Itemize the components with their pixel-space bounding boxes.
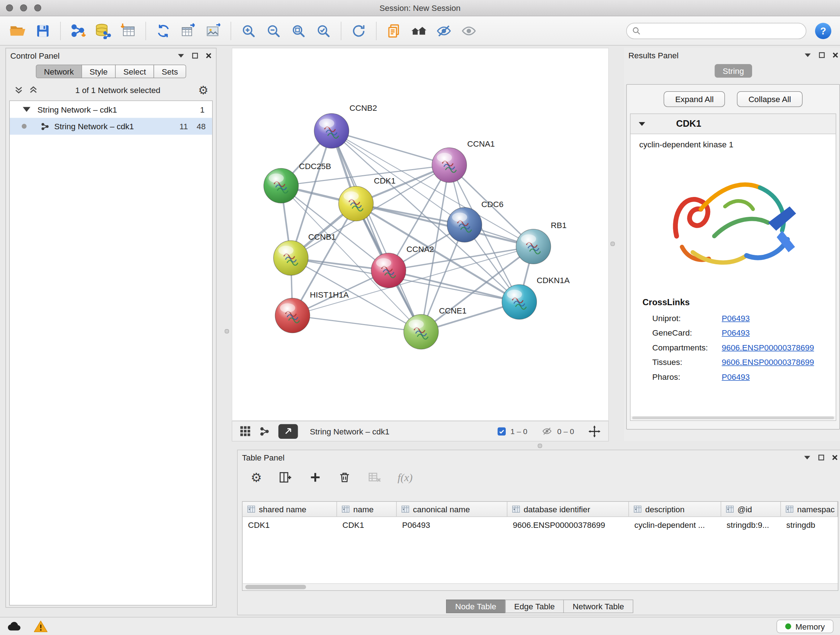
tab-select[interactable]: Select [115,65,154,79]
warning-icon[interactable] [34,620,48,632]
tab-node-table[interactable]: Node Table [446,600,505,613]
show-hidden-button[interactable] [456,19,482,43]
network-node-rb1[interactable]: RB1 [516,221,567,264]
memory-button[interactable]: Memory [776,619,834,633]
add-row-icon[interactable] [309,471,322,484]
network-options-gear-icon[interactable]: ⚙ [198,84,208,96]
new-network-button[interactable] [151,19,176,43]
network-node-cdkn1a[interactable]: CDKN1A [502,276,570,320]
cell-id[interactable]: stringdb:9... [722,517,781,532]
network-edge[interactable] [356,204,534,247]
open-session-button[interactable] [5,19,30,43]
crosslink-tissues-link[interactable]: 9606.ENSP00000378699 [722,357,814,367]
column-header-id[interactable]: @id [722,502,781,516]
network-graph[interactable]: CCNB2CCNA1CDC25BCDK1CDC6RB1CCNB1CCNA2CDK… [232,49,608,421]
network-row-selected[interactable]: String Network – cdk1 11 48 [10,118,212,135]
disclosure-triangle-icon[interactable] [23,107,30,112]
close-window-button[interactable] [6,4,13,11]
network-node-ccne1[interactable]: CCNE1 [404,306,467,349]
zoom-in-button[interactable] [236,19,261,43]
expand-all-button[interactable]: Expand All [664,91,725,107]
network-node-ccna1[interactable]: CCNA1 [432,139,495,182]
collapse-section-icon[interactable] [638,121,646,127]
network-node-cdk1[interactable]: CDK1 [339,176,396,221]
maximize-panel-icon[interactable] [818,454,824,461]
cell-canonical-name[interactable]: P06493 [397,517,508,532]
cloud-status-icon[interactable] [6,621,22,632]
column-header-database-identifier[interactable]: database identifier [508,502,629,516]
cell-namespace[interactable]: stringdb [781,517,838,532]
network-view-canvas[interactable]: CCNB2CCNA1CDC25BCDK1CDC6RB1CCNB1CCNA2CDK… [232,48,609,421]
table-horizontal-scrollbar[interactable] [243,583,838,591]
pan-crosshair-icon[interactable] [588,425,601,438]
network-collection-row[interactable]: String Network – cdk1 1 [10,101,212,118]
float-panel-icon[interactable] [804,455,811,460]
maximize-panel-icon[interactable] [819,52,825,58]
new-table-button[interactable] [176,19,201,43]
column-header-namespace[interactable]: namespac [781,502,838,516]
save-session-button[interactable] [30,19,55,43]
tab-string[interactable]: String [714,64,752,78]
hide-selected-button[interactable] [431,19,456,43]
cell-database-identifier[interactable]: 9606.ENSP00000378699 [508,517,629,532]
network-overview-icon[interactable] [259,426,270,437]
tab-sets[interactable]: Sets [154,65,186,79]
fit-network-button[interactable] [279,424,298,439]
close-panel-icon[interactable] [206,52,212,59]
column-header-description[interactable]: description [629,502,722,516]
minimize-window-button[interactable] [20,4,27,11]
network-node-ccnb1[interactable]: CCNB1 [273,233,336,276]
add-column-icon[interactable] [278,470,292,485]
home-navigation-button[interactable] [407,19,431,43]
zoom-window-button[interactable] [34,4,42,11]
scrollbar-thumb[interactable] [245,585,306,589]
column-header-name[interactable]: name [337,502,397,516]
splitter-handle[interactable] [611,242,615,246]
zoom-out-button[interactable] [261,19,286,43]
zoom-selected-button[interactable] [311,19,336,43]
search-input[interactable] [645,27,801,35]
cell-shared-name[interactable]: CDK1 [243,517,337,532]
network-node-hist1h1a[interactable]: HIST1H1A [275,290,349,333]
annotation-button[interactable] [382,19,407,43]
table-options-gear-icon[interactable]: ⚙ [251,471,262,484]
import-network-from-database-button[interactable] [91,19,116,43]
results-horizontal-scrollbar[interactable] [631,416,835,420]
maximize-panel-icon[interactable] [192,52,198,59]
table-row[interactable]: CDK1 CDK1 P06493 9606.ENSP00000378699 cy… [243,517,838,532]
cell-name[interactable]: CDK1 [337,517,397,532]
crosslink-uniprot-link[interactable]: P06493 [722,314,750,323]
gene-card-header[interactable]: CDK1 [630,114,836,134]
float-panel-icon[interactable] [804,52,812,57]
close-panel-icon[interactable] [832,52,838,58]
column-header-canonical-name[interactable]: canonical name [397,502,508,516]
tab-network-table[interactable]: Network Table [563,600,633,613]
tab-edge-table[interactable]: Edge Table [505,600,564,613]
help-button[interactable]: ? [814,21,832,40]
close-panel-icon[interactable] [832,454,838,461]
crosslink-compartments-link[interactable]: 9606.ENSP00000378699 [722,343,814,352]
cell-description[interactable]: cyclin-dependent ... [629,517,722,532]
splitter-handle[interactable] [225,329,229,333]
network-edge[interactable] [332,131,422,332]
splitter-handle[interactable] [538,444,542,448]
column-header-shared-name[interactable]: shared name [243,502,337,516]
network-edge[interactable] [332,131,450,165]
toolbar-search[interactable] [626,22,806,39]
zoom-fit-button[interactable] [286,19,311,43]
import-network-from-file-button[interactable] [66,19,91,43]
network-edge[interactable] [293,316,422,332]
collapse-all-icon[interactable] [15,86,23,94]
selected-nodes-checkbox-icon[interactable] [497,427,506,435]
birdseye-view-icon[interactable] [240,426,251,437]
crosslink-pharos-link[interactable]: P06493 [722,372,750,382]
export-image-button[interactable] [201,19,226,43]
import-table-button[interactable] [116,19,141,43]
tab-network[interactable]: Network [36,65,82,79]
collapse-all-button[interactable]: Collapse All [737,91,802,107]
expand-all-icon[interactable] [29,86,38,94]
hidden-elements-icon[interactable] [542,426,553,436]
network-node-cdc6[interactable]: CDC6 [447,200,504,242]
float-panel-icon[interactable] [178,53,185,58]
refresh-view-button[interactable] [346,19,371,43]
